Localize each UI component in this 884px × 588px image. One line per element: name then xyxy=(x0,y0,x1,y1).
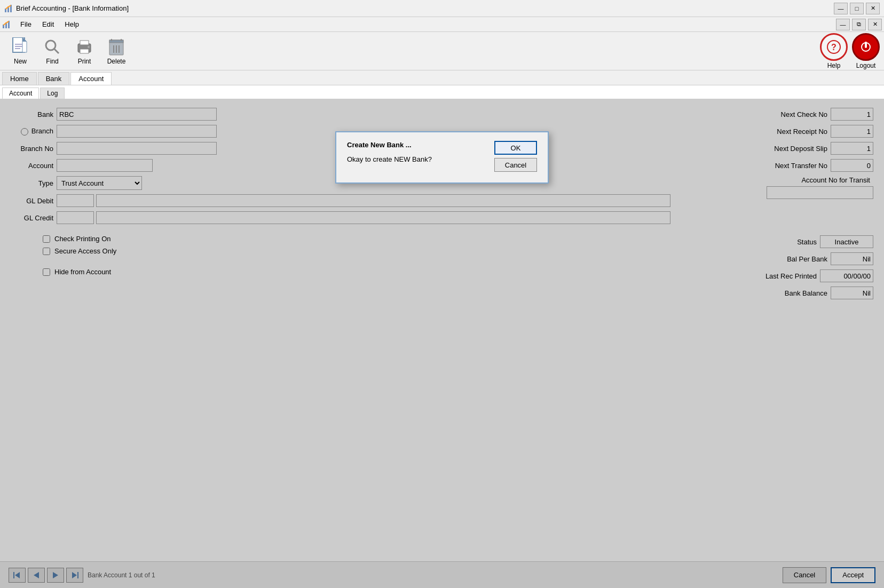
new-button[interactable]: New xyxy=(4,35,36,67)
menu-edit[interactable]: Edit xyxy=(37,18,59,30)
main-area: Bank Branch Branch No xyxy=(0,99,884,588)
svg-text:?: ? xyxy=(831,43,836,52)
svg-rect-18 xyxy=(80,49,89,53)
toolbar-right: ? Help Logout xyxy=(820,33,880,69)
title-bar: Brief Accounting - [Bank Information] — … xyxy=(0,0,884,17)
window-title: Brief Accounting - [Bank Information] xyxy=(16,4,834,12)
svg-point-19 xyxy=(88,46,90,48)
logout-label: Logout xyxy=(856,62,876,69)
subtab-account[interactable]: Account xyxy=(2,88,39,99)
logout-button[interactable]: Logout xyxy=(852,33,880,69)
dialog-content: Create New Bank ... Okay to create NEW B… xyxy=(347,141,537,172)
dialog-box: Create New Bank ... Okay to create NEW B… xyxy=(335,131,549,184)
dialog-message: Okay to create NEW Bank? xyxy=(347,155,486,163)
minimize-button[interactable]: — xyxy=(834,3,848,14)
menu-restore-button[interactable]: ⧉ xyxy=(852,19,866,30)
print-button-label: Print xyxy=(78,58,91,65)
delete-button[interactable]: Delete xyxy=(100,35,132,67)
svg-line-15 xyxy=(54,49,59,53)
menu-minimize-button[interactable]: — xyxy=(836,19,850,30)
dialog-cancel-button[interactable]: Cancel xyxy=(494,158,537,172)
svg-rect-12 xyxy=(15,46,22,47)
nav-tabs-row: Home Bank Account xyxy=(0,70,884,85)
menu-app-icon xyxy=(2,20,11,29)
sub-tabs-row: Account Log xyxy=(0,85,884,99)
svg-rect-11 xyxy=(15,44,22,45)
print-button[interactable]: Print xyxy=(68,35,100,67)
svg-rect-13 xyxy=(15,48,20,49)
maximize-button[interactable]: □ xyxy=(850,3,864,14)
help-label: Help xyxy=(827,62,841,69)
delete-button-label: Delete xyxy=(107,58,126,65)
tab-account[interactable]: Account xyxy=(70,72,112,85)
find-button[interactable]: Find xyxy=(36,35,68,67)
dialog-buttons: OK Cancel xyxy=(494,141,537,172)
svg-rect-30 xyxy=(865,42,867,48)
find-button-label: Find xyxy=(46,58,58,65)
tab-home[interactable]: Home xyxy=(2,72,37,85)
dialog-overlay: Create New Bank ... Okay to create NEW B… xyxy=(0,99,884,588)
print-icon xyxy=(75,37,94,57)
find-icon xyxy=(43,37,62,57)
dialog-title: Create New Bank ... xyxy=(347,141,486,149)
close-button[interactable]: ✕ xyxy=(866,3,880,14)
menu-file[interactable]: File xyxy=(15,18,37,30)
menu-bar: File Edit Help — ⧉ ✕ xyxy=(0,17,884,32)
help-button[interactable]: ? Help xyxy=(820,33,848,69)
tab-bank[interactable]: Bank xyxy=(38,72,70,85)
menu-help[interactable]: Help xyxy=(59,18,84,30)
svg-rect-17 xyxy=(80,41,89,45)
dialog-text-area: Create New Bank ... Okay to create NEW B… xyxy=(347,141,486,172)
title-bar-controls: — □ ✕ xyxy=(834,3,880,14)
toolbar: New Find Print xyxy=(0,32,884,70)
app-icon xyxy=(4,4,13,13)
menu-close-button[interactable]: ✕ xyxy=(868,19,882,30)
new-doc-icon xyxy=(11,37,30,57)
subtab-log[interactable]: Log xyxy=(40,88,65,99)
new-button-label: New xyxy=(14,58,27,65)
delete-icon xyxy=(107,37,126,57)
dialog-ok-button[interactable]: OK xyxy=(494,141,537,155)
